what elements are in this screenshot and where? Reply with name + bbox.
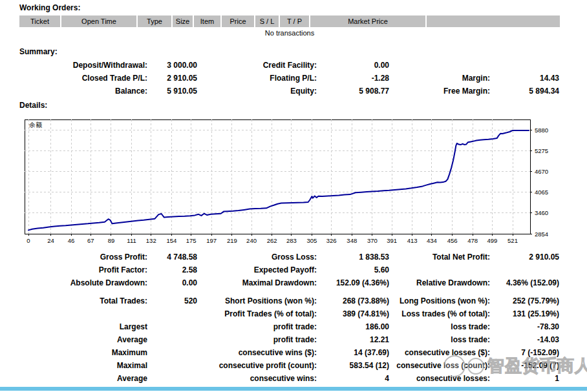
stat-value: 4 748.58: [147, 251, 197, 263]
x-axis-label: 154: [166, 237, 176, 244]
stat-value: 252 (75.79%): [490, 294, 559, 307]
y-axis-label: 3460: [535, 209, 548, 216]
orders-col-size: Size: [173, 15, 194, 27]
orders-col-type: Type: [138, 15, 173, 27]
summary-rows: Deposit/Withdrawal:3 000.00Credit Facili…: [0, 59, 559, 98]
orders-col-market-price: Market Price: [310, 15, 427, 27]
stat-label: [389, 263, 490, 276]
no-transactions-message: No transactions: [19, 29, 560, 37]
stat-value: 1 838.53: [317, 251, 389, 263]
y-axis-label: 5275: [535, 147, 548, 154]
stat-value: -78.30: [490, 320, 559, 333]
orders-col-t-p: T / P: [280, 15, 310, 27]
stat-value: -1.28: [317, 72, 389, 85]
stat-value: [147, 346, 197, 359]
stat-value: -14.03: [490, 333, 559, 346]
x-axis-label: 24: [47, 237, 54, 244]
stat-row: Gross Profit:4 748.58Gross Loss:1 838.53…: [0, 251, 559, 263]
x-axis-label: 67: [87, 237, 94, 244]
orders-col-s-l: S / L: [255, 15, 280, 27]
stat-label: Gross Profit:: [0, 251, 147, 263]
stat-row: Closed Trade P/L:2 910.05Floating P/L:-1…: [0, 72, 559, 85]
orders-header-row: TicketOpen TimeTypeSizeItemPriceS / LT /…: [19, 15, 560, 27]
x-axis-label: 348: [347, 237, 357, 244]
summary-title: Summary:: [19, 47, 58, 56]
x-axis-label: 456: [447, 237, 458, 244]
y-axis-label: 4670: [535, 168, 548, 175]
orders-col-blank: [427, 15, 560, 27]
stat-value: 12.21: [317, 333, 389, 346]
stat-value: 7 (-152.09): [490, 346, 559, 359]
stat-label: consecutive loss (count):: [389, 359, 490, 372]
stat-row: Maximumconsecutive wins ($):14 (37.69)co…: [0, 346, 559, 359]
x-axis-label: 499: [487, 237, 497, 244]
stat-value: 5 910.05: [147, 85, 197, 98]
stat-value: 3 000.00: [147, 59, 197, 72]
stat-label: loss trade:: [389, 320, 490, 333]
stat-value: 2.58: [147, 263, 197, 276]
stat-label: Maximal Drawdown:: [197, 276, 317, 289]
x-axis-label: 132: [146, 237, 156, 244]
stat-row: Maximalconsecutive profit (count):583.54…: [0, 359, 559, 372]
stat-label: Floating P/L:: [197, 72, 317, 85]
x-axis-label: 197: [206, 237, 217, 244]
stat-label: Profit Trades (% of total):: [197, 307, 317, 320]
stat-value: 2 910.05: [490, 251, 559, 263]
stat-row: Averageconsecutive wins:4consecutive los…: [0, 372, 559, 385]
stat-label: loss trade:: [389, 333, 490, 346]
stat-label: profit trade:: [197, 320, 317, 333]
stat-value: 520: [147, 294, 197, 307]
stat-value: 5 894.34: [490, 85, 559, 98]
stat-label: [389, 59, 490, 72]
stat-value: 4: [317, 372, 389, 385]
stat-value: 0.00: [147, 276, 197, 289]
balance-chart: 0244667891111321541751972192402622833053…: [0, 116, 587, 249]
stat-label: Deposit/Withdrawal:: [0, 59, 147, 72]
x-axis-label: 283: [286, 237, 297, 244]
stat-value: 186.00: [317, 320, 389, 333]
stat-label: Largest: [0, 320, 147, 333]
stat-row: Total Trades:520Short Positions (won %):…: [0, 294, 559, 307]
stat-label: Maximal: [0, 359, 147, 372]
stat-value: 4.36% (152.09): [490, 276, 559, 289]
y-axis-label: 2854: [535, 231, 548, 238]
stat-value: 5.60: [317, 263, 389, 276]
stat-value: [147, 372, 197, 385]
stat-label: Free Margin:: [389, 85, 490, 98]
x-axis-label: 219: [227, 237, 237, 244]
orders-col-ticket: Ticket: [19, 15, 61, 27]
y-axis-label: 4065: [535, 189, 548, 196]
stat-value: 0.00: [317, 59, 389, 72]
chart-series-title: 余额: [28, 121, 42, 129]
x-axis-label: 0: [27, 237, 30, 244]
stat-label: consecutive wins ($):: [197, 346, 317, 359]
stat-row: Profit Trades (% of total):389 (74.81%)L…: [0, 307, 559, 320]
orders-col-item: Item: [194, 15, 222, 27]
stat-row: Balance:5 910.05Equity:5 908.77Free Marg…: [0, 85, 559, 98]
x-axis-label: 262: [267, 237, 277, 244]
stat-value: 389 (74.81%): [317, 307, 389, 320]
x-axis-label: 326: [326, 237, 337, 244]
x-axis-label: 434: [427, 237, 437, 244]
stat-label: consecutive wins:: [197, 372, 317, 385]
details-title: Details:: [19, 101, 47, 110]
stat-value: 131 (25.19%): [490, 307, 559, 320]
orders-col-open-time: Open Time: [61, 15, 138, 27]
stat-label: Average: [0, 333, 147, 346]
stats-rows: Gross Profit:4 748.58Gross Loss:1 838.53…: [0, 251, 559, 385]
stat-label: Maximum: [0, 346, 147, 359]
stat-row: Largestprofit trade:186.00loss trade:-78…: [0, 320, 559, 333]
stat-label: Loss trades (% of total):: [389, 307, 490, 320]
chart-border: [25, 119, 530, 234]
stat-label: [0, 307, 147, 320]
stat-label: Closed Trade P/L:: [0, 72, 147, 85]
stat-label: profit trade:: [197, 333, 317, 346]
stat-value: [147, 333, 197, 346]
stat-value: 152.09 (4.36%): [317, 276, 389, 289]
stat-label: Profit Factor:: [0, 263, 147, 276]
x-axis-label: 391: [387, 237, 397, 244]
x-axis-label: 111: [127, 237, 136, 244]
stat-label: Relative Drawdown:: [389, 276, 490, 289]
x-axis-label: 305: [307, 237, 317, 244]
stat-row: Profit Factor:2.58Expected Payoff:5.60: [0, 263, 559, 276]
